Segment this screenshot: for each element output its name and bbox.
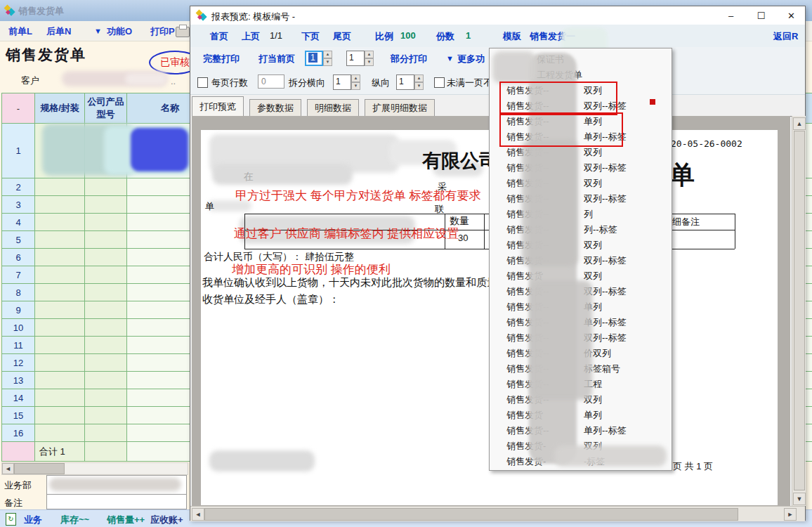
from-page-stepper[interactable]: 1 ▲▼ (305, 51, 332, 66)
scroll-down-icon[interactable]: ▼ (793, 493, 806, 505)
template-menu-item[interactable]: 销售发货--单列--标签 (490, 422, 672, 438)
header-model[interactable]: 公司产品型号 (85, 93, 127, 124)
row-cell[interactable] (35, 301, 85, 319)
row-cell[interactable] (35, 337, 85, 354)
row-cell[interactable] (35, 389, 85, 407)
row-cell[interactable] (85, 319, 127, 337)
full-print-button[interactable]: 完整打印 (203, 53, 240, 65)
row-cell[interactable] (85, 372, 127, 389)
row-cell[interactable] (35, 372, 85, 389)
functions-button[interactable]: 功能O (107, 25, 132, 38)
back-button[interactable]: 返回R (773, 30, 798, 43)
stepper-arrows[interactable]: ▲▼ (365, 51, 374, 66)
row-cell[interactable] (85, 424, 127, 442)
row-cell[interactable] (85, 266, 127, 284)
maximize-icon[interactable]: ☐ (746, 6, 776, 25)
first-page-button[interactable]: 首页 (210, 30, 228, 43)
tab-detail-data[interactable]: 明细数据 (307, 99, 359, 116)
more-functions-button[interactable]: 更多功 (457, 53, 485, 65)
row-cell[interactable] (85, 301, 127, 319)
rows-per-page-checkbox[interactable] (197, 77, 208, 88)
refresh-doc-icon[interactable]: ↻ (6, 513, 16, 526)
header-spec[interactable]: 规格/封装 (35, 93, 85, 124)
statusbar-biz[interactable]: 业务 (24, 514, 42, 526)
tab-print-preview[interactable]: 打印预览 (192, 96, 244, 116)
row1-selected-cell[interactable] (131, 128, 188, 171)
minimize-icon[interactable]: – (716, 6, 746, 25)
row-cell[interactable] (35, 178, 85, 196)
row-cell[interactable] (35, 319, 85, 337)
to-page-stepper[interactable]: 1 ▲▼ (346, 51, 374, 66)
template-menu-item[interactable]: 销售发货--列 (490, 206, 672, 221)
template-menu-item[interactable]: 销售发货--双列 (490, 237, 672, 252)
row-cell[interactable] (35, 266, 85, 284)
scroll-left-icon[interactable]: ◄ (2, 463, 14, 474)
stepper-arrows[interactable]: ▲▼ (351, 74, 360, 90)
statusbar-stock[interactable]: 库存~~ (60, 514, 89, 526)
prev-doc-button[interactable]: 前单L (8, 25, 32, 38)
template-menu-item[interactable]: 销售发货--双列--标签 (490, 160, 672, 175)
next-page-button[interactable]: 下页 (301, 30, 320, 43)
header-num[interactable]: - (2, 93, 35, 124)
split-horizontal-stepper[interactable]: 1 ▲▼ (333, 74, 360, 90)
tab-extended-detail-data[interactable]: 扩展明细数据 (365, 99, 435, 116)
dropdown-arrow-icon[interactable]: ▼ (94, 27, 102, 35)
row-cell[interactable] (85, 249, 127, 266)
scroll-up-icon[interactable]: ▲ (793, 117, 806, 130)
scroll-thumb[interactable] (14, 463, 65, 474)
more-arrow-icon[interactable]: ▼ (446, 54, 454, 63)
template-label[interactable]: 模版 (503, 30, 521, 43)
rows-per-page-input[interactable]: 0 (258, 74, 284, 89)
row-cell[interactable] (85, 407, 127, 424)
copies-value[interactable]: 1 (466, 30, 471, 41)
statusbar-receivable[interactable]: 应收账+ (150, 514, 183, 526)
row-cell[interactable] (35, 284, 85, 301)
scroll-left-icon[interactable]: ◄ (192, 508, 204, 521)
preview-horizontal-scrollbar[interactable]: ◄ ► (190, 506, 805, 521)
template-menu-item[interactable]: 销售发货单列 (490, 407, 672, 422)
row-cell[interactable] (85, 231, 127, 249)
close-icon[interactable]: ✕ (776, 6, 806, 25)
stepper-arrows[interactable]: ▲▼ (323, 51, 332, 66)
row-cell[interactable] (85, 389, 127, 407)
template-menu-item[interactable]: 销售发货--列--标签 (490, 221, 672, 237)
scroll-right-icon[interactable]: ► (784, 508, 797, 521)
note-field[interactable] (46, 494, 187, 509)
template-menu-item[interactable]: 销售发货--双列--标签 (490, 252, 672, 268)
last-page-button[interactable]: 尾页 (333, 30, 351, 43)
scroll-thumb[interactable] (204, 508, 738, 521)
row-cell[interactable] (35, 424, 85, 442)
printer-icon[interactable] (176, 27, 190, 37)
stepper-arrows[interactable]: ▲▼ (414, 74, 424, 90)
print-button[interactable]: 打印P (150, 25, 175, 38)
scale-value[interactable]: 100 (400, 30, 416, 41)
row-cell[interactable] (85, 284, 127, 301)
print-current-button[interactable]: 打当前页 (258, 53, 295, 65)
row-cell[interactable] (85, 178, 127, 196)
partial-page-checkbox[interactable] (434, 77, 445, 88)
scroll-thumb[interactable] (794, 131, 805, 490)
row-cell[interactable] (85, 337, 127, 354)
next-doc-button[interactable]: 后单N (46, 25, 71, 38)
preview-vertical-scrollbar[interactable]: ▲ ▼ (792, 116, 806, 506)
row-cell[interactable] (35, 354, 85, 372)
statusbar-sales[interactable]: 销售量++ (107, 514, 145, 526)
row-cell[interactable] (35, 196, 85, 214)
tab-parameter-data[interactable]: 参数数据 (249, 99, 301, 116)
template-menu-item[interactable]: 销售发货--双列--标签 (490, 190, 672, 206)
partial-print-button[interactable]: 部分打印 (391, 53, 427, 65)
split-horizontal-label: 拆分横向 (289, 77, 325, 89)
customer-ellipsis: .. (171, 76, 176, 86)
row-cell[interactable] (35, 249, 85, 266)
dialog-titlebar[interactable]: 报表预览: 模板编号 - – ☐ ✕ (190, 6, 805, 25)
row-cell[interactable] (85, 354, 127, 372)
row-cell[interactable] (85, 214, 127, 231)
row-cell[interactable] (35, 231, 85, 249)
row-cell[interactable] (35, 214, 85, 231)
template-menu-item[interactable]: 销售发货--双列 (490, 175, 672, 190)
main-horizontal-scrollbar[interactable]: ◄ (1, 462, 188, 475)
prev-page-button[interactable]: 上页 (242, 30, 260, 43)
row-cell[interactable] (85, 196, 127, 214)
vertical-stepper[interactable]: 1 ▲▼ (396, 74, 424, 90)
row-cell[interactable] (35, 407, 85, 424)
